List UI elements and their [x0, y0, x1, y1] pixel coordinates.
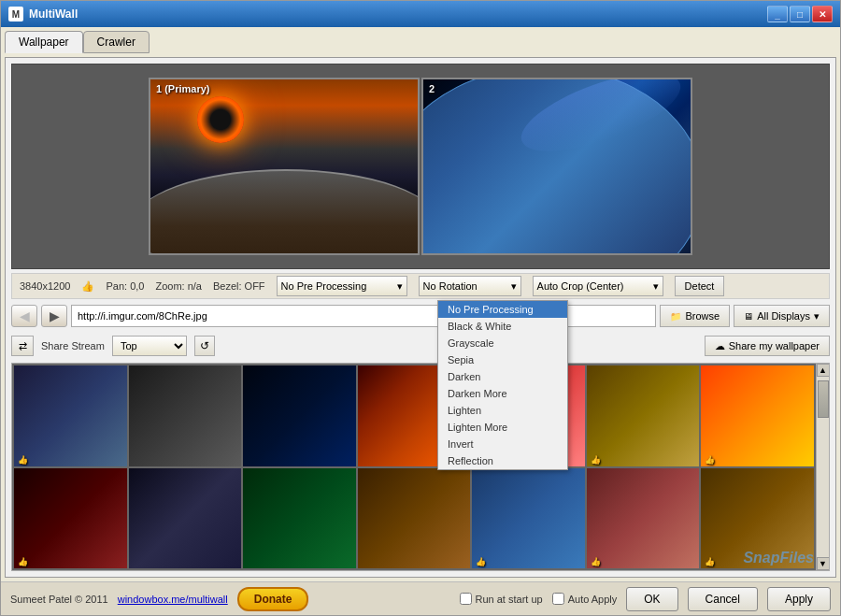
like-icon-13 [591, 556, 601, 566]
browse-icon [670, 310, 681, 322]
credit-text: Sumeet Patel © 2011 [10, 594, 108, 605]
dropdown-item-sepia[interactable]: Sepia [438, 351, 567, 368]
dropdown-item-darken[interactable]: Darken [438, 368, 567, 385]
donate-button[interactable]: Donate [237, 587, 309, 611]
tabs-bar: Wallpaper Crawler [5, 31, 836, 53]
window-controls: _ □ ✕ [767, 6, 833, 22]
share-stream-label: Share Stream [41, 340, 105, 351]
like-icon-14 [705, 556, 715, 566]
monitor-primary: 1 (Primary) [149, 78, 420, 255]
dropdown-item-bw[interactable]: Black & White [438, 318, 567, 335]
title-bar: M MultiWall _ □ ✕ [1, 1, 840, 27]
thumbnail-8[interactable] [14, 468, 127, 569]
startup-label: Run at start up [476, 594, 543, 605]
back-arrow-icon [20, 308, 30, 323]
tab-content-wallpaper: 1 (Primary) 2 [5, 57, 836, 578]
rotation-chevron-icon [511, 280, 517, 293]
apply-button[interactable]: Apply [767, 587, 831, 611]
auto-apply-label: Auto Apply [568, 594, 618, 605]
scroll-thumb[interactable] [818, 380, 829, 418]
footer: Sumeet Patel © 2011 windowbox.me/multiwa… [1, 581, 840, 615]
thumbnail-3[interactable] [243, 365, 356, 466]
monitor-primary-bg [150, 79, 418, 253]
dropdown-item-reflection[interactable]: Reflection [438, 452, 567, 469]
cancel-button[interactable]: Cancel [688, 587, 758, 611]
scroll-track[interactable] [817, 377, 829, 557]
monitor-display: 1 (Primary) 2 [149, 78, 692, 255]
share-stream-row: Share Stream Top New Hot Share my wallpa… [11, 333, 830, 359]
website-link[interactable]: windowbox.me/multiwall [118, 594, 228, 605]
like-icon-8 [18, 556, 28, 566]
close-button[interactable]: ✕ [812, 6, 833, 22]
crop-dropdown[interactable]: Auto Crop (Center) [533, 276, 663, 296]
auto-apply-checkbox-label: Auto Apply [552, 593, 618, 605]
forward-button[interactable] [41, 305, 67, 327]
scroll-down-button[interactable]: ▼ [817, 557, 830, 570]
tab-wallpaper[interactable]: Wallpaper [5, 31, 83, 53]
shuffle-icon [19, 340, 27, 352]
monitor-primary-label: 1 (Primary) [156, 83, 209, 94]
thumbnail-9[interactable] [129, 468, 242, 569]
startup-checkbox[interactable] [460, 593, 472, 605]
like-icon-12 [476, 556, 486, 566]
rotation-dropdown[interactable]: No Rotation [419, 276, 521, 296]
dropdown-item-invert[interactable]: Invert [438, 436, 567, 452]
dropdown-item-darken-more[interactable]: Darken More [438, 385, 567, 402]
dropdown-item-lighten[interactable]: Lighten [438, 402, 567, 419]
thumbnail-13[interactable] [587, 468, 700, 569]
browse-label: Browse [685, 310, 720, 322]
detect-button[interactable]: Detect [675, 276, 725, 296]
maximize-button[interactable]: □ [790, 6, 810, 22]
scroll-up-button[interactable]: ▲ [817, 364, 830, 377]
forward-arrow-icon [50, 308, 60, 323]
ok-button[interactable]: OK [626, 587, 677, 611]
like-icon: 👍 [81, 280, 94, 293]
monitor-secondary: 2 [421, 78, 692, 255]
vertical-scrollbar[interactable]: ▲ ▼ [816, 364, 829, 570]
thumbnail-grid [12, 364, 816, 570]
tab-crawler[interactable]: Crawler [83, 31, 150, 53]
dropdown-item-no-pre[interactable]: No Pre Processing [438, 301, 567, 318]
share-my-wallpaper-button[interactable]: Share my wallpaper [705, 336, 830, 356]
shuffle-button[interactable] [11, 336, 34, 356]
thumbnail-12[interactable] [472, 468, 585, 569]
preview-area: 1 (Primary) 2 [11, 64, 830, 269]
url-input[interactable] [71, 305, 656, 327]
browse-button[interactable]: Browse [660, 305, 730, 327]
startup-checkbox-label: Run at start up [460, 593, 543, 605]
thumbnail-grid-container: ▲ ▼ SnapFiles [11, 363, 830, 571]
processing-chevron-icon [397, 280, 403, 293]
all-displays-chevron-icon [814, 310, 820, 322]
thumbnail-6[interactable] [587, 365, 700, 466]
window-title: MultiWall [29, 7, 767, 21]
all-displays-label: All Displays [757, 310, 810, 322]
url-bar-row: Browse All Displays [11, 303, 830, 329]
all-displays-button[interactable]: All Displays [734, 305, 830, 327]
crop-chevron-icon [653, 280, 659, 293]
displays-icon [744, 310, 753, 322]
minimize-button[interactable]: _ [767, 6, 788, 22]
stream-dropdown[interactable]: Top New Hot [112, 336, 187, 356]
main-window: M MultiWall _ □ ✕ Wallpaper Crawler 1 (P… [0, 0, 841, 616]
pan-text: Pan: 0,0 [106, 280, 144, 292]
like-icon-6 [591, 454, 601, 465]
monitor-secondary-bg [423, 79, 691, 253]
thumbnail-7[interactable] [701, 365, 814, 466]
dropdown-item-grayscale[interactable]: Grayscale [438, 335, 567, 351]
like-icon-1 [18, 454, 28, 465]
thumbnail-10[interactable] [243, 468, 356, 569]
processing-dropdown[interactable]: No Pre Processing [277, 276, 407, 296]
zoom-text: Zoom: n/a [155, 280, 202, 292]
auto-apply-checkbox[interactable] [552, 593, 564, 605]
back-button[interactable] [11, 305, 37, 327]
refresh-icon [200, 339, 209, 352]
share-icon [715, 340, 725, 352]
monitor-secondary-label: 2 [429, 83, 435, 94]
like-icon-7 [705, 454, 715, 465]
thumbnail-2[interactable] [129, 365, 242, 466]
refresh-button[interactable] [194, 336, 215, 356]
crop-value: Auto Crop (Center) [537, 280, 624, 292]
dropdown-item-lighten-more[interactable]: Lighten More [438, 419, 567, 436]
thumbnail-11[interactable] [358, 468, 471, 569]
thumbnail-1[interactable] [14, 365, 127, 466]
